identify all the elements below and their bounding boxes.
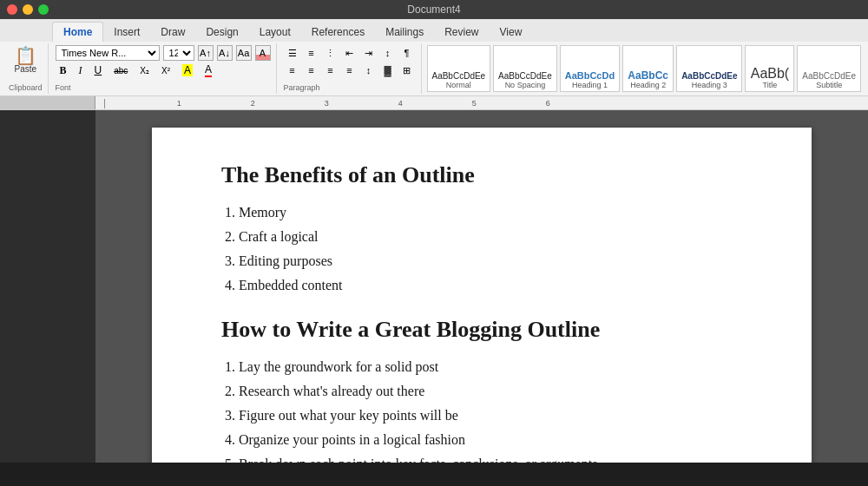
bold-icon: B <box>60 64 67 77</box>
main-area: The Benefits of an Outline Memory Craft … <box>0 110 868 463</box>
maximize-button[interactable] <box>38 4 49 15</box>
style-heading2[interactable]: AaBbCc Heading 2 <box>622 45 674 92</box>
underline-icon: U <box>95 64 102 76</box>
document-container[interactable]: The Benefits of an Outline Memory Craft … <box>95 110 868 463</box>
strikethrough-icon: abc <box>114 66 128 76</box>
superscript-button[interactable]: X² <box>157 62 174 78</box>
numbering-button[interactable]: ≡ <box>303 45 320 61</box>
font-color-button[interactable]: A <box>201 62 216 78</box>
sort-icon: ↕ <box>385 48 391 58</box>
tab-home[interactable]: Home <box>52 22 103 42</box>
list-item: Embedded content <box>239 275 742 296</box>
increase-indent-button[interactable]: ⇥ <box>360 45 378 61</box>
list-item: Research what's already out there <box>239 381 742 402</box>
borders-button[interactable]: ⊞ <box>398 62 416 78</box>
align-right-button[interactable]: ≡ <box>322 62 339 78</box>
font-shrink-button[interactable]: A↓ <box>217 45 233 61</box>
font-case-button[interactable]: Aa <box>236 45 252 61</box>
tab-mailings[interactable]: Mailings <box>375 23 434 42</box>
clipboard-label: Clipboard <box>9 83 43 92</box>
font-color-picker[interactable]: A <box>255 45 271 61</box>
ruler-mark-2: 2 <box>251 99 255 108</box>
style-title-preview: AaBb( <box>751 67 789 81</box>
list-item: Craft a logical <box>239 227 742 247</box>
style-normal-preview: AaBbCcDdEe <box>431 72 485 81</box>
style-heading1[interactable]: AaBbCcDd Heading 1 <box>560 45 620 92</box>
close-button[interactable] <box>7 4 17 15</box>
style-heading3[interactable]: AaBbCcDdEe Heading 3 <box>676 45 742 92</box>
subscript-button[interactable]: X₂ <box>135 62 154 78</box>
list-item: Lay the groundwork for a solid post <box>239 357 742 378</box>
paragraph-group-label: Paragraph <box>284 83 416 92</box>
style-no-spacing[interactable]: AaBbCcDdEe No Spacing <box>493 45 557 92</box>
style-normal-label: Normal <box>446 81 471 89</box>
sort-button[interactable]: ↕ <box>379 45 397 61</box>
line-spacing-button[interactable]: ↕ <box>360 62 378 78</box>
font-name-select[interactable]: Times New R... <box>56 45 160 61</box>
ribbon: Home Insert Draw Design Layout Reference… <box>0 19 868 96</box>
minimize-button[interactable] <box>23 4 33 15</box>
underline-button[interactable]: U <box>90 62 107 78</box>
bold-button[interactable]: B <box>56 62 71 78</box>
font-row-1: Times New R... 12 A↑ A↓ Aa A <box>56 45 271 61</box>
font-size-select[interactable]: 12 <box>163 45 194 61</box>
ruler-left-margin <box>0 96 95 109</box>
ruler-body: │ 1 2 3 4 5 6 <box>95 96 868 109</box>
paste-button[interactable]: 📋 Paste <box>10 45 40 76</box>
para-row-1: ☰ ≡ ⋮ ⇤ ⇥ ↕ ¶ <box>284 45 416 61</box>
tab-references[interactable]: References <box>301 23 375 42</box>
style-heading1-label: Heading 1 <box>572 81 608 89</box>
align-center-icon: ≡ <box>308 65 313 76</box>
paste-icon: 📋 <box>15 47 36 64</box>
highlight-button[interactable]: A <box>178 62 197 78</box>
strikethrough-button[interactable]: abc <box>109 62 132 78</box>
align-right-icon: ≡ <box>327 65 332 76</box>
align-left-icon: ≡ <box>289 65 294 76</box>
tab-review[interactable]: Review <box>434 23 489 42</box>
tab-insert[interactable]: Insert <box>103 23 150 42</box>
align-left-button[interactable]: ≡ <box>284 62 301 78</box>
style-subtitle-preview: AaBbCcDdEe <box>802 72 856 81</box>
style-subtitle[interactable]: AaBbCcDdEe Subtitle <box>797 45 861 92</box>
style-heading2-label: Heading 2 <box>630 81 666 89</box>
paste-label: Paste <box>14 64 36 74</box>
show-marks-icon: ¶ <box>404 48 410 58</box>
font-grow-button[interactable]: A↑ <box>198 45 214 61</box>
document-page[interactable]: The Benefits of an Outline Memory Craft … <box>152 128 812 463</box>
tab-layout[interactable]: Layout <box>249 23 301 42</box>
list-item: Editing purposes <box>239 251 742 272</box>
borders-icon: ⊞ <box>403 65 411 76</box>
tab-view[interactable]: View <box>490 23 533 42</box>
style-no-spacing-preview: AaBbCcDdEe <box>498 72 552 81</box>
section2-list: Lay the groundwork for a solid post Rese… <box>221 357 742 463</box>
italic-button[interactable]: I <box>75 62 87 78</box>
font-group: Times New R... 12 A↑ A↓ Aa A <box>50 43 277 94</box>
decrease-indent-button[interactable]: ⇤ <box>341 45 358 61</box>
ruler-mark-6: 6 <box>546 99 550 108</box>
clipboard-group: 📋 Paste Clipboard <box>3 43 49 94</box>
style-normal[interactable]: AaBbCcDdEe Normal <box>427 45 491 92</box>
style-title-label: Title <box>763 81 778 89</box>
ruler-mark-1: 1 <box>177 99 181 108</box>
list-item: Break down each point into key facts, co… <box>239 454 742 463</box>
bullets-icon: ☰ <box>288 48 297 59</box>
shading-button[interactable]: ▓ <box>379 62 397 78</box>
section1-list: Memory Craft a logical Editing purposes … <box>221 202 742 296</box>
list-item: Memory <box>239 202 742 223</box>
style-title[interactable]: AaBb( Title <box>745 45 794 92</box>
show-marks-button[interactable]: ¶ <box>398 45 416 61</box>
font-case-icon: Aa <box>238 48 249 58</box>
justify-button[interactable]: ≡ <box>341 62 358 78</box>
multilevel-button[interactable]: ⋮ <box>322 45 339 61</box>
titlebar: Document4 <box>0 0 868 19</box>
style-heading3-label: Heading 3 <box>692 81 727 89</box>
font-group-label: Font <box>56 83 271 92</box>
justify-icon: ≡ <box>346 65 352 76</box>
tab-draw[interactable]: Draw <box>150 23 195 42</box>
bullets-button[interactable]: ☰ <box>284 45 301 61</box>
align-center-button[interactable]: ≡ <box>303 62 320 78</box>
window-title: Document4 <box>407 3 460 16</box>
tab-design[interactable]: Design <box>195 23 248 42</box>
multilevel-icon: ⋮ <box>326 48 335 59</box>
italic-icon: I <box>79 64 82 77</box>
